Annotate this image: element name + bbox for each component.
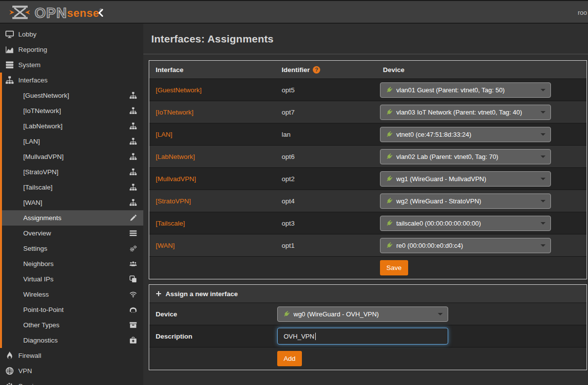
- sidebar-item-assignments[interactable]: Assignments: [0, 210, 143, 226]
- plug-icon: [385, 197, 393, 205]
- sidebar-item-labnetwork[interactable]: [LabNetwork]: [0, 118, 143, 134]
- archive-icon: [129, 321, 137, 329]
- gear-icon: [5, 382, 14, 385]
- sidebar-item-interfaces[interactable]: Interfaces: [0, 73, 143, 88]
- table-row: [IoTNetwork]opt7vlan03 IoT Network (Pare…: [149, 101, 587, 123]
- interface-link[interactable]: [GuestNetwork]: [156, 86, 202, 94]
- sidebar-item-neighbors[interactable]: Neighbors: [0, 256, 143, 271]
- sidebar-item-label: VPN: [18, 367, 32, 375]
- plug-icon: [385, 153, 393, 160]
- interface-link[interactable]: [LAN]: [156, 131, 172, 138]
- sidebar-item-point-to-point[interactable]: Point-to-Point: [0, 302, 143, 317]
- device-select-value: vlan01 Guest (Parent: vtnet0, Tag: 50): [396, 86, 504, 94]
- description-input-value: OVH_VPN: [284, 333, 314, 340]
- device-select[interactable]: tailscale0 (00:00:00:00:00:00): [380, 216, 551, 231]
- sidebar-item-wan[interactable]: [WAN]: [0, 195, 143, 210]
- column-header-device: Device: [377, 66, 587, 74]
- sidebar-item-firewall[interactable]: Firewall: [0, 348, 143, 363]
- desktop-icon: [5, 30, 14, 39]
- interface-link[interactable]: [Tailscale]: [156, 220, 185, 227]
- sitemap-icon: [5, 76, 14, 85]
- table-header-row: Interface Identifier? Device: [149, 61, 587, 78]
- plug-icon: [385, 109, 393, 116]
- interface-link[interactable]: [MullvadVPN]: [156, 175, 196, 183]
- assign-new-interface-header: Assign a new interface: [149, 285, 587, 303]
- device-select-value: vlan03 IoT Network (Parent: vtnet0, Tag:…: [396, 109, 522, 116]
- sidebar-item-iotnetwork[interactable]: [IoTNetwork]: [0, 103, 143, 118]
- sidebar-item-virtual-ips[interactable]: Virtual IPs: [0, 271, 143, 287]
- column-header-interface: Interface: [149, 66, 275, 74]
- assignments-table: Interface Identifier? Device [GuestNetwo…: [149, 60, 587, 279]
- clone-icon: [129, 275, 137, 283]
- device-select-value: re0 (00:00:00:e0:d0:c4): [396, 242, 463, 249]
- device-select[interactable]: wg1 (WireGuard - MullvadVPN): [380, 171, 551, 187]
- caret-down-icon: [541, 244, 546, 247]
- device-select-value: tailscale0 (00:00:00:00:00:00): [396, 220, 481, 227]
- device-select[interactable]: vlan01 Guest (Parent: vtnet0, Tag: 50): [380, 82, 551, 98]
- interface-link[interactable]: [LabNetwork]: [156, 153, 195, 160]
- sidebar-item-settings[interactable]: Settings: [0, 241, 143, 256]
- identifier-value: opt4: [282, 197, 294, 205]
- device-select[interactable]: re0 (00:00:00:e0:d0:c4): [380, 238, 551, 253]
- chart-icon: [5, 45, 14, 54]
- table-row: [Tailscale]opt3tailscale0 (00:00:00:00:0…: [149, 212, 587, 234]
- table-row: [GuestNetwork]opt5vlan01 Guest (Parent: …: [149, 78, 587, 101]
- device-select[interactable]: vlan02 Lab (Parent: vtnet0, Tag: 70): [380, 149, 551, 164]
- sidebar-collapse-button[interactable]: [97, 7, 105, 18]
- sidebar-item-label: Virtual IPs: [23, 275, 53, 283]
- sidebar-item-vpn[interactable]: VPN: [0, 363, 143, 379]
- sidebar-item-label: [WAN]: [23, 199, 42, 206]
- add-button[interactable]: Add: [277, 351, 302, 366]
- device-select[interactable]: vtnet0 (ce:47:51:8d:33:24): [380, 127, 551, 142]
- sidebar-item-label: Lobby: [18, 31, 37, 38]
- sidebar-item-system[interactable]: System: [0, 57, 143, 73]
- sidebar-item-services[interactable]: Services: [0, 379, 143, 385]
- sidebar-item-lan[interactable]: [LAN]: [0, 134, 143, 149]
- sitemap-icon: [129, 138, 137, 146]
- sidebar-item-lobby[interactable]: Lobby: [0, 27, 143, 42]
- save-button[interactable]: Save: [380, 260, 408, 275]
- device-select-value: vtnet0 (ce:47:51:8d:33:24): [396, 131, 471, 138]
- description-input[interactable]: OVH_VPN: [277, 328, 448, 345]
- device-select[interactable]: vlan03 IoT Network (Parent: vtnet0, Tag:…: [380, 105, 551, 120]
- interface-link[interactable]: [IoTNetwork]: [156, 109, 194, 116]
- chevron-left-icon: [97, 7, 105, 18]
- new-device-select[interactable]: wg0 (WireGuard - OVH_VPN): [277, 307, 448, 322]
- table-row: [StratoVPN]opt4wg2 (WireGuard - StratoVP…: [149, 190, 587, 212]
- sitemap-icon: [129, 153, 137, 161]
- sidebar-item-guestnetwork[interactable]: [GuestNetwork]: [0, 88, 143, 103]
- sidebar: LobbyReportingSystemInterfaces[GuestNetw…: [0, 24, 143, 385]
- sidebar-item-label: [LAN]: [23, 138, 40, 145]
- sidebar-item-label: Other Types: [23, 321, 59, 329]
- interface-link[interactable]: [StratoVPN]: [156, 197, 191, 205]
- table-row: [WAN]opt1re0 (00:00:00:e0:d0:c4): [149, 234, 587, 256]
- sidebar-item-mullvadvpn[interactable]: [MullvadVPN]: [0, 149, 143, 164]
- sidebar-item-wireless[interactable]: Wireless: [0, 287, 143, 302]
- logo-text-opn: OPN: [35, 6, 67, 20]
- sidebar-item-label: Services: [18, 383, 44, 385]
- sidebar-item-overview[interactable]: Overview: [0, 226, 143, 241]
- sidebar-item-other-types[interactable]: Other Types: [0, 317, 143, 333]
- identifier-value: opt6: [282, 153, 294, 160]
- device-select[interactable]: wg2 (WireGuard - StratoVPN): [380, 193, 551, 209]
- sidebar-item-reporting[interactable]: Reporting: [0, 42, 143, 57]
- users-icon: [129, 260, 137, 268]
- sitemap-icon: [129, 199, 137, 207]
- sidebar-item-label: [MullvadVPN]: [23, 153, 64, 160]
- fire-icon: [5, 351, 14, 360]
- plug-icon: [385, 86, 393, 94]
- reorder-icon: [129, 230, 137, 237]
- identifier-value: lan: [282, 131, 291, 138]
- wifi-icon: [129, 291, 137, 299]
- caret-down-icon: [541, 222, 546, 225]
- device-select-value: wg1 (WireGuard - MullvadVPN): [396, 175, 486, 183]
- sitemap-icon: [129, 184, 137, 192]
- globe-icon: [5, 367, 14, 376]
- sidebar-item-stratovpn[interactable]: [StratoVPN]: [0, 164, 143, 180]
- sidebar-item-diagnostics[interactable]: Diagnostics: [0, 333, 143, 348]
- interface-link[interactable]: [WAN]: [156, 242, 175, 249]
- sidebar-item-tailscale[interactable]: [Tailscale]: [0, 180, 143, 195]
- question-circle-icon[interactable]: ?: [313, 66, 320, 74]
- sidebar-item-label: [IoTNetwork]: [23, 107, 61, 115]
- sidebar-item-label: Firewall: [18, 352, 42, 359]
